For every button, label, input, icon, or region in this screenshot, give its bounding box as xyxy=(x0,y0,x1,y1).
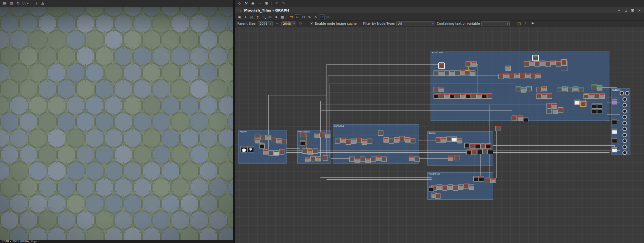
graph-node[interactable] xyxy=(471,94,476,99)
graph-node[interactable] xyxy=(475,143,480,149)
graph-node[interactable] xyxy=(346,139,351,145)
close-icon[interactable]: × xyxy=(637,8,642,13)
graph-node[interactable] xyxy=(520,74,525,79)
graph-node[interactable] xyxy=(360,157,365,162)
2d-texture-viewport[interactable] xyxy=(0,7,233,240)
graph-node[interactable] xyxy=(562,86,568,92)
graph-node[interactable] xyxy=(362,139,367,145)
graph-node[interactable] xyxy=(371,157,376,162)
graph-node[interactable] xyxy=(546,103,552,109)
graph-node[interactable] xyxy=(367,139,373,144)
graph-node[interactable] xyxy=(529,61,535,66)
smooth-links-icon[interactable]: ∿ xyxy=(313,14,318,20)
graph-canvas[interactable]: Base ColorOutputsPatternMG ShapesSurfaci… xyxy=(235,27,644,243)
graph-node[interactable] xyxy=(482,94,487,99)
graph-node[interactable] xyxy=(439,94,444,99)
pen-links-icon[interactable]: ✎ xyxy=(307,14,312,20)
graph-node[interactable] xyxy=(466,149,472,155)
graph-node[interactable] xyxy=(526,86,532,92)
graph-node[interactable] xyxy=(453,185,458,191)
graph-node[interactable] xyxy=(260,143,265,149)
graph-node[interactable] xyxy=(592,103,597,109)
graph-node[interactable] xyxy=(589,94,594,99)
node-image-cache-checkbox[interactable] xyxy=(310,22,313,25)
undo-icon[interactable]: ↶ xyxy=(274,1,279,6)
snapshot-icon[interactable]: ◉ xyxy=(250,1,256,6)
graph-node[interactable] xyxy=(464,143,470,148)
graph-node[interactable] xyxy=(300,132,306,138)
open-icon[interactable]: ▱ xyxy=(257,1,262,6)
output-node[interactable] xyxy=(622,145,627,149)
graph-node[interactable] xyxy=(487,94,492,99)
graph-node[interactable] xyxy=(436,137,441,143)
cut-links-icon[interactable]: ✂ xyxy=(267,14,273,20)
graph-node[interactable] xyxy=(567,87,573,92)
output-node[interactable] xyxy=(622,121,627,125)
graph-node[interactable] xyxy=(454,155,459,160)
graph-node[interactable] xyxy=(558,107,564,113)
graph-node[interactable] xyxy=(542,94,547,99)
graph-node[interactable] xyxy=(542,86,547,92)
graph-node[interactable] xyxy=(463,184,469,189)
maximize-icon[interactable]: ▣ xyxy=(630,8,635,13)
pan-tool-icon[interactable]: + xyxy=(243,14,248,20)
graph-node[interactable] xyxy=(552,103,557,109)
graph-node[interactable] xyxy=(433,94,439,99)
graph-node[interactable] xyxy=(381,157,387,162)
graph-node[interactable] xyxy=(410,138,416,144)
graph-node[interactable] xyxy=(448,184,453,190)
graph-node[interactable] xyxy=(405,137,410,143)
link-create-icon[interactable]: ⚭ xyxy=(273,14,279,20)
graph-node[interactable] xyxy=(355,158,360,163)
export-view-icon[interactable]: ⇅ xyxy=(15,1,21,6)
graph-node[interactable] xyxy=(535,61,540,67)
graph-node[interactable] xyxy=(320,132,325,138)
size-y-dropdown[interactable]: 2048 xyxy=(281,21,296,26)
graph-node[interactable] xyxy=(509,74,515,79)
graph-node[interactable] xyxy=(433,70,439,76)
output-node[interactable] xyxy=(622,133,627,137)
output-node[interactable] xyxy=(622,103,627,107)
graph-node[interactable] xyxy=(457,138,462,144)
graph-node[interactable] xyxy=(612,99,617,104)
output-node[interactable] xyxy=(622,115,627,119)
graph-node[interactable] xyxy=(276,138,282,144)
graph-node[interactable] xyxy=(482,149,488,154)
graph-node[interactable] xyxy=(260,135,266,140)
graph-node[interactable] xyxy=(612,119,617,124)
graph-node[interactable] xyxy=(506,66,511,71)
graph-node[interactable] xyxy=(512,116,517,121)
auto-layout-icon[interactable]: ↻ xyxy=(301,14,306,20)
output-node[interactable] xyxy=(622,139,627,143)
graph-node[interactable] xyxy=(429,186,434,192)
undock-icon[interactable]: ▫ xyxy=(623,8,629,13)
graph-node[interactable] xyxy=(255,138,260,144)
graph-node[interactable] xyxy=(536,73,541,78)
graph-node[interactable] xyxy=(305,157,310,162)
graph-node[interactable] xyxy=(546,109,552,114)
new-resource-icon[interactable]: ◇ xyxy=(237,1,242,6)
graph-node[interactable] xyxy=(450,94,455,99)
graph-node[interactable] xyxy=(516,86,521,92)
graph-node[interactable] xyxy=(302,148,308,154)
graph-node[interactable] xyxy=(469,184,474,190)
graph-node[interactable] xyxy=(394,137,400,143)
graph-node[interactable] xyxy=(313,148,318,154)
graph-node[interactable] xyxy=(525,73,531,78)
snap-grid-icon[interactable]: ⊞ xyxy=(325,14,331,20)
graph-node[interactable] xyxy=(504,73,509,78)
graph-node[interactable] xyxy=(442,185,448,191)
output-node[interactable] xyxy=(622,109,627,113)
graph-node[interactable] xyxy=(455,94,460,99)
node-type-dropdown[interactable]: All xyxy=(396,21,435,26)
graph-node[interactable] xyxy=(536,94,542,99)
graph-node[interactable] xyxy=(612,147,617,153)
graph-node[interactable] xyxy=(547,94,552,99)
graph-node[interactable] xyxy=(466,61,471,67)
output-node[interactable] xyxy=(622,97,627,102)
graph-node[interactable] xyxy=(540,61,545,66)
graph-node[interactable] xyxy=(349,157,355,162)
containing-text-input[interactable] xyxy=(481,21,510,26)
graph-node[interactable] xyxy=(495,126,501,131)
graph-node[interactable] xyxy=(399,136,405,141)
